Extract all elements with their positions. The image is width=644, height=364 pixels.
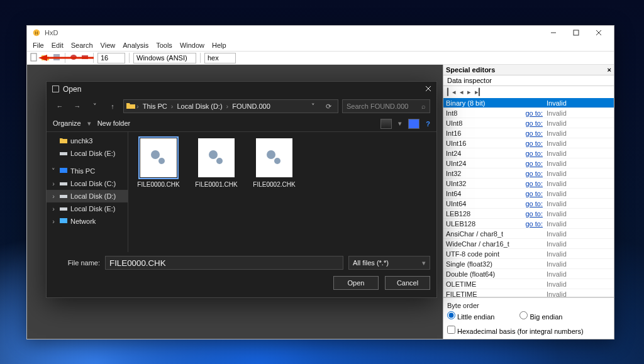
nav-up-level-button[interactable]: ↑ bbox=[106, 99, 119, 113]
tree-this-pc[interactable]: ˅ This PC bbox=[47, 165, 128, 177]
close-button[interactable] bbox=[587, 26, 610, 40]
last-icon[interactable]: ▸▎ bbox=[475, 88, 484, 96]
data-inspector-row[interactable]: UTF-8 code pointInvalid bbox=[443, 249, 614, 259]
tree-network[interactable]: › Network bbox=[47, 215, 128, 228]
organize-menu[interactable]: Organize bbox=[53, 119, 81, 128]
goto-link[interactable]: go to: bbox=[520, 130, 543, 137]
first-icon[interactable]: ▎◂ bbox=[447, 88, 456, 96]
view-mode-button[interactable] bbox=[380, 119, 392, 129]
tree-quick-disk[interactable]: Local Disk (E:) bbox=[47, 147, 128, 160]
big-endian-radio[interactable]: Big endian bbox=[519, 311, 562, 321]
data-inspector-row[interactable]: UInt16go to:Invalid bbox=[443, 138, 614, 148]
goto-link[interactable]: go to: bbox=[520, 140, 543, 147]
preview-pane-button[interactable] bbox=[408, 119, 419, 129]
dialog-close-button[interactable] bbox=[425, 85, 431, 94]
open-file-icon[interactable] bbox=[41, 53, 50, 63]
toolbar bbox=[27, 51, 614, 65]
menu-search[interactable]: Search bbox=[68, 41, 96, 50]
file-item[interactable]: FILE0001.CHK bbox=[194, 138, 239, 188]
goto-link[interactable]: go to: bbox=[520, 210, 543, 218]
chevron-right-icon[interactable]: › bbox=[50, 192, 57, 200]
maximize-button[interactable] bbox=[565, 26, 587, 40]
goto-link[interactable]: go to: bbox=[520, 150, 543, 157]
data-inspector-row[interactable]: Single (float32)Invalid bbox=[443, 259, 614, 269]
data-inspector-row[interactable]: FILETIMEInvalid bbox=[443, 289, 614, 297]
nav-back-button[interactable]: ← bbox=[53, 99, 67, 113]
numbase-select[interactable] bbox=[204, 53, 236, 63]
nav-up-button[interactable]: ˅ bbox=[88, 99, 102, 113]
data-inspector-row[interactable]: UInt24go to:Invalid bbox=[443, 158, 614, 168]
help-icon[interactable]: ? bbox=[426, 120, 430, 128]
data-inspector-row[interactable]: OLETIMEInvalid bbox=[443, 279, 614, 289]
panel-close-icon[interactable]: × bbox=[608, 66, 611, 74]
data-inspector-row[interactable]: Int16go to:Invalid bbox=[443, 128, 614, 138]
data-inspector-row[interactable]: Int8go to:Invalid bbox=[443, 108, 614, 118]
goto-link[interactable]: go to: bbox=[520, 160, 543, 167]
data-inspector-row[interactable]: Binary (8 bit)Invalid bbox=[443, 98, 614, 108]
nav-forward-button[interactable]: → bbox=[70, 99, 84, 113]
tree-quick-folder[interactable]: unchk3 bbox=[47, 135, 128, 147]
crumb-this-pc[interactable]: This PC bbox=[140, 102, 170, 110]
file-filter-select[interactable]: All files (*.*) ▾ bbox=[348, 256, 430, 270]
new-file-icon[interactable] bbox=[30, 53, 38, 63]
data-inspector-row[interactable]: LEB128go to:Invalid bbox=[443, 209, 614, 219]
data-inspector-row[interactable]: ULEB128go to:Invalid bbox=[443, 219, 614, 229]
data-inspector-row[interactable]: UInt32go to:Invalid bbox=[443, 179, 614, 189]
breadcrumb[interactable]: › This PC › Local Disk (D:) › FOUND.000 … bbox=[123, 99, 338, 113]
data-inspector-row[interactable]: Int64go to:Invalid bbox=[443, 189, 614, 199]
menu-view[interactable]: View bbox=[97, 41, 119, 50]
open-button[interactable]: Open bbox=[333, 276, 379, 290]
tree-drive-c[interactable]: › Local Disk (C:) bbox=[47, 177, 128, 190]
data-inspector-row[interactable]: UInt64go to:Invalid bbox=[443, 199, 614, 209]
data-inspector-row[interactable]: AnsiChar / char8_tInvalid bbox=[443, 229, 614, 239]
goto-link[interactable]: go to: bbox=[520, 119, 543, 127]
menu-file[interactable]: File bbox=[30, 41, 47, 50]
bytes-per-row-input[interactable] bbox=[97, 53, 125, 63]
tree-drive-e[interactable]: › Local Disk (E:) bbox=[47, 202, 128, 215]
chevron-down-icon[interactable]: ˅ bbox=[50, 167, 57, 175]
menu-window[interactable]: Window bbox=[177, 41, 208, 50]
save-icon[interactable] bbox=[52, 53, 61, 63]
minimize-button[interactable] bbox=[542, 26, 565, 40]
goto-link[interactable]: go to: bbox=[520, 109, 543, 117]
menu-help[interactable]: Help bbox=[209, 41, 230, 50]
data-inspector-row[interactable]: UInt8go to:Invalid bbox=[443, 118, 614, 128]
filename-input[interactable] bbox=[105, 256, 343, 270]
new-folder-button[interactable]: New folder bbox=[97, 119, 131, 128]
special-editors-panel: Special editors × Data inspector ▎◂ ◂ ▸ … bbox=[443, 65, 614, 339]
file-item[interactable]: FILE0000.CHK bbox=[136, 138, 181, 188]
prev-icon[interactable]: ◂ bbox=[460, 88, 464, 96]
crumb-folder[interactable]: FOUND.000 bbox=[230, 102, 273, 110]
cancel-button[interactable]: Cancel bbox=[385, 276, 430, 290]
network-icon bbox=[59, 218, 68, 224]
menu-edit[interactable]: Edit bbox=[48, 41, 67, 50]
goto-link[interactable]: go to: bbox=[520, 180, 543, 187]
goto-link[interactable]: go to: bbox=[520, 170, 543, 177]
tree-item-label: unchk3 bbox=[70, 137, 92, 145]
chevron-right-icon[interactable]: › bbox=[50, 180, 57, 187]
chevron-right-icon[interactable]: › bbox=[50, 218, 57, 225]
open-disk-icon[interactable] bbox=[69, 53, 78, 63]
data-inspector-row[interactable]: Double (float64)Invalid bbox=[443, 269, 614, 279]
open-ram-icon[interactable] bbox=[80, 53, 89, 63]
goto-link[interactable]: go to: bbox=[520, 220, 543, 228]
breadcrumb-dropdown-icon[interactable]: ˅ bbox=[306, 102, 320, 111]
data-inspector-row[interactable]: Int32go to:Invalid bbox=[443, 168, 614, 179]
goto-link[interactable]: go to: bbox=[520, 190, 543, 197]
crumb-drive[interactable]: Local Disk (D:) bbox=[174, 102, 225, 110]
search-input[interactable]: Search FOUND.000 ⌕ bbox=[342, 99, 430, 113]
little-endian-radio[interactable]: Little endian bbox=[447, 311, 494, 321]
data-inspector-tab[interactable]: Data inspector bbox=[443, 75, 614, 86]
chevron-right-icon[interactable]: › bbox=[50, 205, 57, 212]
next-icon[interactable]: ▸ bbox=[467, 88, 471, 96]
hex-basis-checkbox[interactable]: Hexadecimal basis (for integral numbers) bbox=[447, 326, 584, 335]
data-inspector-row[interactable]: WideChar / char16_tInvalid bbox=[443, 239, 614, 249]
tree-drive-d[interactable]: › Local Disk (D:) bbox=[47, 190, 128, 202]
encoding-select[interactable] bbox=[133, 53, 196, 63]
file-item[interactable]: FILE0002.CHK bbox=[252, 138, 297, 188]
goto-link[interactable]: go to: bbox=[520, 200, 543, 207]
refresh-icon[interactable]: ⟳ bbox=[321, 102, 335, 111]
menu-analysis[interactable]: Analysis bbox=[119, 41, 152, 50]
menu-tools[interactable]: Tools bbox=[153, 41, 175, 50]
data-inspector-row[interactable]: Int24go to:Invalid bbox=[443, 148, 614, 158]
